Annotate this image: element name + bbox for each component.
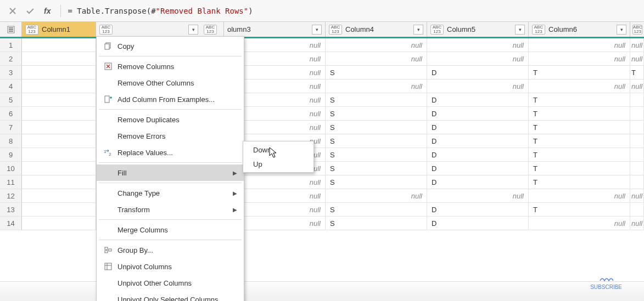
- cell[interactable]: [630, 93, 644, 107]
- cell[interactable]: [630, 121, 644, 134]
- cell[interactable]: D: [427, 217, 529, 230]
- cell[interactable]: T: [529, 175, 630, 189]
- cell[interactable]: [630, 203, 644, 217]
- column-header-column1[interactable]: ABC123 Column1: [22, 22, 96, 37]
- cell[interactable]: S: [326, 134, 427, 148]
- cell[interactable]: T: [529, 162, 630, 175]
- cell[interactable]: D: [427, 148, 529, 162]
- cell[interactable]: D: [427, 93, 529, 107]
- cell[interactable]: S: [326, 203, 427, 217]
- menu-remove-duplicates[interactable]: Remove Duplicates: [97, 111, 244, 128]
- cell[interactable]: null: [529, 217, 630, 230]
- cell[interactable]: D: [427, 162, 529, 175]
- cell[interactable]: null: [427, 189, 529, 203]
- cell[interactable]: T: [529, 121, 630, 134]
- menu-change-type[interactable]: Change Type ▶: [97, 185, 244, 201]
- cell[interactable]: S: [326, 175, 427, 189]
- select-all-corner[interactable]: [0, 22, 22, 37]
- column-header-column3[interactable]: olumn3 ▾: [224, 22, 326, 37]
- cell[interactable]: T: [529, 93, 630, 107]
- cell[interactable]: D: [427, 121, 529, 134]
- menu-unpivot-other-columns[interactable]: Unpivot Other Columns: [97, 275, 244, 291]
- type-icon[interactable]: ABC123: [204, 25, 217, 35]
- formula-input[interactable]: = Table.Transpose(#"Removed Blank Rows"): [68, 7, 253, 15]
- cell[interactable]: null: [630, 189, 644, 203]
- column-header-column2[interactable]: ABC123 ▾ ABC123: [96, 22, 224, 37]
- menu-replace-values[interactable]: 12 Replace Values...: [97, 144, 244, 161]
- menu-remove-other-columns[interactable]: Remove Other Columns: [97, 75, 244, 91]
- cell[interactable]: T: [529, 107, 630, 121]
- cell[interactable]: null: [326, 189, 427, 203]
- cell[interactable]: S: [326, 162, 427, 175]
- menu-group-by[interactable]: Group By...: [97, 242, 244, 258]
- cell[interactable]: null: [427, 52, 529, 66]
- cell[interactable]: S: [326, 107, 427, 121]
- cell[interactable]: null: [630, 79, 644, 93]
- cell[interactable]: null: [326, 38, 427, 52]
- type-icon[interactable]: ABC123: [25, 25, 38, 35]
- cell[interactable]: [630, 107, 644, 121]
- column-header-column6[interactable]: ABC123 Column6 ▾: [529, 22, 630, 37]
- column-header-column7[interactable]: ABC123: [630, 22, 644, 37]
- column-header-column5[interactable]: ABC123 Column5 ▾: [427, 22, 529, 37]
- type-icon[interactable]: ABC123: [430, 25, 444, 35]
- menu-add-column-from-examples[interactable]: Add Column From Examples...: [97, 91, 244, 107]
- cell[interactable]: null: [529, 79, 630, 93]
- menu-merge-columns[interactable]: Merge Columns: [97, 222, 244, 238]
- cell[interactable]: T: [529, 148, 630, 162]
- cancel-button[interactable]: [5, 4, 20, 18]
- cell[interactable]: D: [427, 203, 529, 217]
- row-number[interactable]: 10: [0, 162, 22, 175]
- cell[interactable]: null: [630, 217, 644, 230]
- cell[interactable]: S: [326, 66, 427, 79]
- filter-button[interactable]: ▾: [413, 25, 423, 35]
- cell[interactable]: S: [326, 148, 427, 162]
- cell[interactable]: D: [427, 66, 529, 79]
- cell[interactable]: D: [427, 134, 529, 148]
- row-number[interactable]: 9: [0, 148, 22, 162]
- cell[interactable]: [630, 134, 644, 148]
- cell[interactable]: T: [630, 66, 644, 79]
- column-header-column4[interactable]: ABC123 Column4 ▾: [326, 22, 427, 37]
- cell[interactable]: [630, 175, 644, 189]
- filter-button[interactable]: ▾: [188, 25, 198, 35]
- filter-button[interactable]: ▾: [515, 25, 525, 35]
- cell[interactable]: null: [630, 52, 644, 66]
- cell[interactable]: D: [427, 175, 529, 189]
- row-number[interactable]: 8: [0, 134, 22, 148]
- cell[interactable]: T: [529, 134, 630, 148]
- menu-unpivot-columns[interactable]: Unpivot Columns: [97, 258, 244, 275]
- cell[interactable]: null: [529, 52, 630, 66]
- filter-button[interactable]: ▾: [312, 25, 322, 35]
- cell[interactable]: [630, 148, 644, 162]
- fx-label[interactable]: fx: [41, 7, 54, 15]
- menu-copy[interactable]: Copy: [97, 38, 244, 54]
- cell[interactable]: null: [630, 38, 644, 52]
- row-number[interactable]: 2: [0, 52, 22, 66]
- row-number[interactable]: 7: [0, 121, 22, 134]
- menu-fill[interactable]: Fill ▶: [97, 164, 244, 181]
- cell[interactable]: [630, 162, 644, 175]
- row-number[interactable]: 5: [0, 93, 22, 107]
- type-icon[interactable]: ABC123: [329, 25, 342, 35]
- cell[interactable]: null: [529, 38, 630, 52]
- row-number[interactable]: 13: [0, 203, 22, 217]
- cell[interactable]: D: [427, 107, 529, 121]
- type-icon[interactable]: ABC123: [99, 25, 113, 35]
- cell[interactable]: S: [326, 121, 427, 134]
- filter-button[interactable]: ▾: [617, 25, 626, 35]
- cell[interactable]: null: [427, 79, 529, 93]
- cell[interactable]: S: [326, 217, 427, 230]
- row-number[interactable]: 4: [0, 79, 22, 93]
- cell[interactable]: S: [326, 93, 427, 107]
- row-number[interactable]: 1: [0, 38, 22, 52]
- row-number[interactable]: 11: [0, 175, 22, 189]
- cell[interactable]: null: [326, 79, 427, 93]
- row-number[interactable]: 14: [0, 217, 22, 230]
- type-icon[interactable]: ABC123: [632, 25, 642, 35]
- cell[interactable]: null: [326, 52, 427, 66]
- cell[interactable]: T: [529, 66, 630, 79]
- menu-remove-columns[interactable]: Remove Columns: [97, 58, 244, 75]
- confirm-button[interactable]: [23, 4, 37, 18]
- row-number[interactable]: 6: [0, 107, 22, 121]
